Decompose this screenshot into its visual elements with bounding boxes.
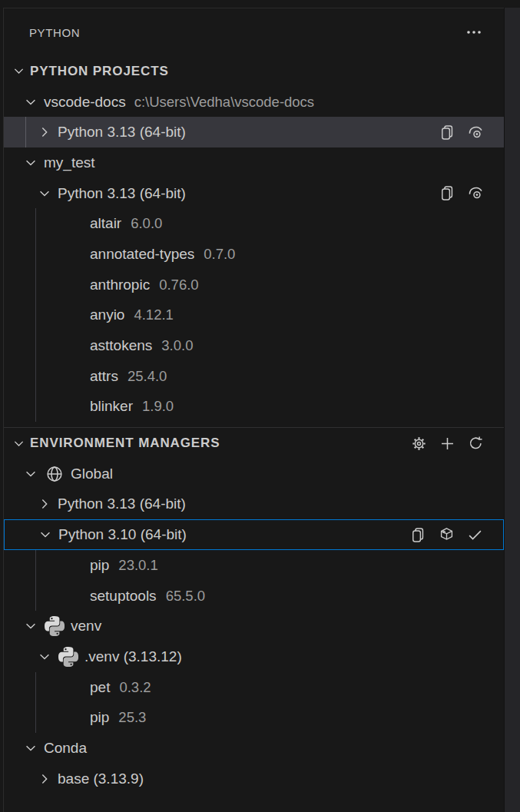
tree-item-label: pip <box>90 557 109 574</box>
eye-icon[interactable] <box>466 184 485 203</box>
tree-row-conda[interactable]: Conda <box>4 733 504 764</box>
tree-item-label: Python 3.13 (64-bit) <box>58 185 186 202</box>
package-version: 4.12.1 <box>134 307 173 323</box>
chevron-down-icon[interactable] <box>22 739 40 757</box>
tree-row-vscode-docs[interactable]: vscode-docsc:\Users\Vedha\vscode-docs <box>4 87 504 118</box>
package-version: 23.0.1 <box>118 557 157 574</box>
tree-row-annotated-types[interactable]: annotated-types0.7.0 <box>4 239 504 270</box>
package-version: 65.5.0 <box>166 588 205 605</box>
copy-icon[interactable] <box>438 184 456 203</box>
tree-item-label: my_test <box>44 154 95 171</box>
python-logo-icon <box>44 615 65 637</box>
tree-row-pip[interactable]: pip25.3 <box>4 702 504 733</box>
chevron-right-icon[interactable] <box>35 770 54 788</box>
tree-row-pip[interactable]: pip23.0.1 <box>4 550 504 581</box>
gear-icon[interactable] <box>409 434 428 452</box>
tree-sections: PYTHON PROJECTSvscode-docsc:\Users\Vedha… <box>4 56 504 794</box>
tree-row-anthropic[interactable]: anthropic0.76.0 <box>4 270 504 300</box>
tree-row-anyio[interactable]: anyio4.12.1 <box>4 300 504 331</box>
tree-item-label: pip <box>90 709 109 726</box>
project-path: c:\Users\Vedha\vscode-docs <box>134 94 314 111</box>
section-header-python-projects[interactable]: PYTHON PROJECTS <box>4 56 504 87</box>
tree-row-python-3-13-64-bit[interactable]: Python 3.13 (64-bit) <box>4 489 504 520</box>
tree-row-blinker[interactable]: blinker1.9.0 <box>4 392 504 423</box>
chevron-down-icon[interactable] <box>35 184 54 203</box>
chevron-down-icon[interactable] <box>22 154 40 172</box>
tree-row-setuptools[interactable]: setuptools65.5.0 <box>4 581 504 611</box>
section-title: ENVIRONMENT MANAGERS <box>30 436 220 451</box>
tree-item-label: Python 3.13 (64-bit) <box>58 495 186 512</box>
chevron-down-icon[interactable] <box>22 93 40 111</box>
tree-item-label: altair <box>90 215 121 232</box>
package-version: 0.3.2 <box>119 679 151 696</box>
chevron-down-icon[interactable] <box>9 434 28 452</box>
tree-row-asttokens[interactable]: asttokens3.0.0 <box>4 330 504 361</box>
scrollbar-gutter <box>504 8 520 812</box>
tree-item-label: Global <box>71 466 113 482</box>
tree-row-attrs[interactable]: attrs25.4.0 <box>4 361 504 392</box>
tree-item-label: venv <box>71 618 101 635</box>
refresh-icon[interactable] <box>466 434 485 452</box>
tree-item-label: pet <box>90 679 110 696</box>
chevron-right-icon[interactable] <box>35 495 54 513</box>
chevron-down-icon[interactable] <box>22 465 40 483</box>
tree-item-label: Conda <box>44 740 87 757</box>
tree-item-label: blinker <box>90 398 133 415</box>
section-python-projects: PYTHON PROJECTSvscode-docsc:\Users\Vedha… <box>4 56 504 422</box>
tree-row-python-3-10-64-bit[interactable]: Python 3.10 (64-bit) <box>4 519 504 550</box>
add-icon[interactable] <box>438 434 456 452</box>
python-logo-icon <box>58 646 79 668</box>
package-icon[interactable] <box>437 525 455 544</box>
tree-item-label: Python 3.10 (64-bit) <box>58 526 187 543</box>
check-icon[interactable] <box>465 525 484 544</box>
section-header-environment-managers[interactable]: ENVIRONMENT MANAGERS <box>4 428 504 459</box>
tree-item-label: base (3.13.9) <box>58 771 144 787</box>
copy-icon[interactable] <box>438 123 456 141</box>
tree-row-pet[interactable]: pet0.3.2 <box>4 672 504 703</box>
section-title: PYTHON PROJECTS <box>30 64 169 79</box>
tree-row-venv-3-13-12[interactable]: .venv (3.13.12) <box>4 641 504 672</box>
package-version: 0.76.0 <box>159 277 198 293</box>
tree-item-label: setuptools <box>90 588 157 605</box>
chevron-down-icon[interactable] <box>35 648 54 666</box>
tree-item-label: annotated-types <box>90 246 194 263</box>
tree-item-label: anthropic <box>90 277 150 293</box>
tree-row-global[interactable]: Global <box>4 459 504 489</box>
tree-item-label: anyio <box>90 307 124 323</box>
chevron-right-icon[interactable] <box>35 123 54 141</box>
tree-row-python-3-13-64-bit[interactable]: Python 3.13 (64-bit) <box>4 117 504 147</box>
eye-icon[interactable] <box>466 123 485 141</box>
tree-item-label: Python 3.13 (64-bit) <box>58 124 186 141</box>
panel: PYTHON PYTHON PROJECTSvscode-docsc:\User… <box>3 8 504 812</box>
tree-row-venv[interactable]: venv <box>4 611 504 641</box>
panel-title: PYTHON <box>29 26 80 39</box>
package-version: 0.7.0 <box>204 246 235 263</box>
tree-item-label: vscode-docs <box>44 94 126 111</box>
package-version: 6.0.0 <box>131 215 162 232</box>
package-version: 25.4.0 <box>128 368 167 385</box>
chevron-down-icon[interactable] <box>9 62 28 81</box>
section-environment-managers: ENVIRONMENT MANAGERSGlobalPython 3.13 (6… <box>4 427 504 794</box>
package-version: 25.3 <box>118 709 146 726</box>
tree-row-base-3-13-9[interactable]: base (3.13.9) <box>4 764 504 794</box>
globe-icon <box>44 463 65 485</box>
python-sidebar-panel: PYTHON PYTHON PROJECTSvscode-docsc:\User… <box>0 0 520 812</box>
chevron-down-icon[interactable] <box>22 617 40 635</box>
package-version: 1.9.0 <box>142 398 174 415</box>
tree-item-label: .venv (3.13.12) <box>84 648 182 665</box>
tree-row-altair[interactable]: altair6.0.0 <box>4 208 504 239</box>
package-version: 3.0.0 <box>161 337 193 354</box>
panel-header: PYTHON <box>4 8 504 56</box>
more-actions-icon[interactable] <box>465 23 483 41</box>
tree-row-my-test[interactable]: my_test <box>4 147 504 178</box>
tree-row-python-3-13-64-bit[interactable]: Python 3.13 (64-bit) <box>4 178 504 209</box>
chevron-down-icon[interactable] <box>36 525 55 544</box>
tree-item-label: attrs <box>90 368 118 385</box>
copy-icon[interactable] <box>409 525 427 544</box>
tree-item-label: asttokens <box>90 337 152 354</box>
